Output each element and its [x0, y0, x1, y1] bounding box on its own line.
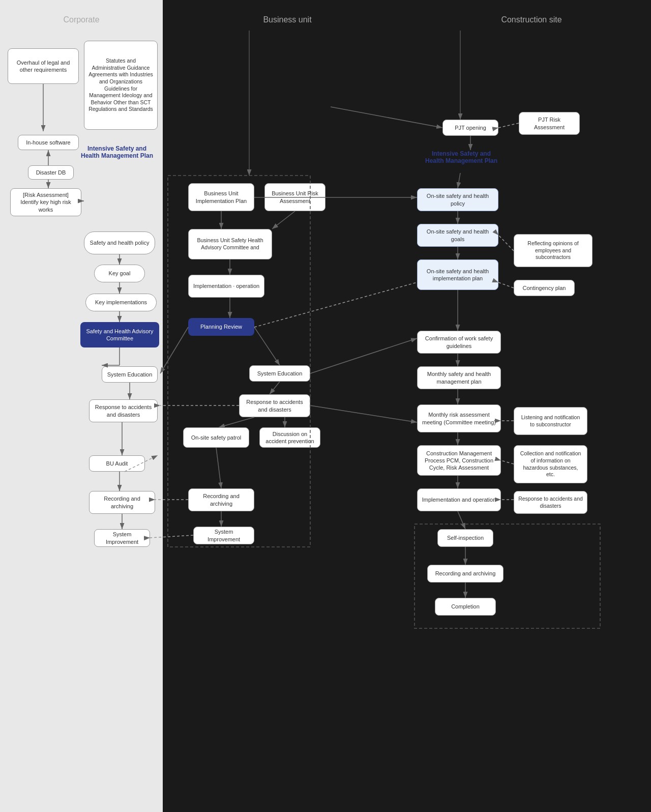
bu-audit-node: BU Audit: [89, 455, 145, 472]
onsite-safety-patrol-node: On-site safety patrol: [183, 427, 249, 448]
confirmation-work-node: Confirmation of work safety guidelines: [417, 331, 501, 354]
discussion-accident-node: Discussion on accident prevention: [259, 427, 320, 448]
response-accidents-corp-node: Response to accidents and disasters: [89, 399, 158, 422]
implementation-operation-bu-node: Implementation · operation: [188, 275, 264, 298]
disaster-db-node: Disaster DB: [28, 165, 74, 180]
implementation-operation-site-node: Implementation and operation: [417, 488, 501, 511]
diagram-container: Corporate Business unit Construction sit…: [0, 0, 651, 812]
response-accidents-site-node: Response to accidents and disasters: [514, 491, 587, 514]
risk-assessment-identify-node: [Risk Assessment] Identify key high risk…: [10, 188, 81, 216]
advisory-committee-corp-node: Safety and Health Advisory Committee: [80, 322, 159, 347]
pjt-risk-assessment-node: PJT Risk Assessment: [519, 112, 580, 135]
intensive-plan-corp-label: Intensive Safety and Health Management P…: [79, 145, 155, 159]
contingency-plan-node: Contingency plan: [514, 280, 575, 296]
recording-archiving-corp-node: Recording and archiving: [89, 491, 155, 514]
bu-implementation-plan-node: Business Unit Implementation Plan: [188, 183, 254, 211]
business-header: Business unit: [163, 15, 412, 24]
key-goal-node: Key goal: [94, 265, 145, 282]
intensive-plan-site-label: Intensive Safety and Health Management P…: [423, 150, 499, 164]
key-implementations-node: Key implementations: [85, 294, 157, 311]
collection-notification-node: Collection and notification of informati…: [514, 445, 587, 483]
construction-header: Construction site: [412, 15, 651, 24]
corporate-header: Corporate: [0, 15, 163, 24]
listening-notification-node: Listening and notification to subconstru…: [514, 407, 587, 435]
system-edu-corp-node: System Education: [102, 366, 158, 383]
monthly-risk-meeting-node: Monthly risk assessment meeting (Committ…: [417, 404, 501, 432]
onsite-safety-impl-plan-node: On-site safety and health implementation…: [417, 259, 498, 290]
overhaul-node: Overhaul of legal and other requirements: [8, 48, 79, 84]
construction-mgmt-node: Construction Management Process PCM, Con…: [417, 445, 501, 476]
safety-health-policy-node: Safety and health policy: [84, 231, 155, 254]
bu-safety-advisory-node: Business Unit Safety Health Advisory Com…: [188, 229, 272, 259]
system-improvement-corp-node: System Improvement: [94, 529, 150, 547]
self-inspection-node: Self-inspection: [437, 529, 493, 547]
reflecting-opinions-node: Reflecting opinions of employees and sub…: [514, 234, 593, 267]
onsite-safety-goals-node: On-site safety and health goals: [417, 224, 498, 247]
recording-archiving-bu-node: Recording and archiving: [188, 488, 254, 511]
pjt-opening-node: PJT opening: [442, 120, 498, 136]
system-edu-bu-node: System Education: [249, 365, 310, 382]
onsite-safety-policy-node: On-site safety and health policy: [417, 188, 498, 211]
inhouse-software-node: In-house software: [18, 135, 79, 150]
completion-node: Completion: [435, 598, 496, 616]
monthly-safety-plan-node: Monthly safety and health management pla…: [417, 366, 501, 389]
planning-review-node: Planning Review: [188, 318, 254, 336]
bu-risk-assessment-node: Business Unit Risk Assessment: [264, 183, 326, 211]
system-improvement-bu-node: System Improvement: [193, 527, 254, 544]
statutes-node: Statutes and Administrative Guidance Agr…: [84, 41, 158, 130]
response-accidents-bu-node: Response to accidents and disasters: [239, 394, 310, 417]
recording-archiving-site-node: Recording and archiving: [427, 565, 504, 583]
